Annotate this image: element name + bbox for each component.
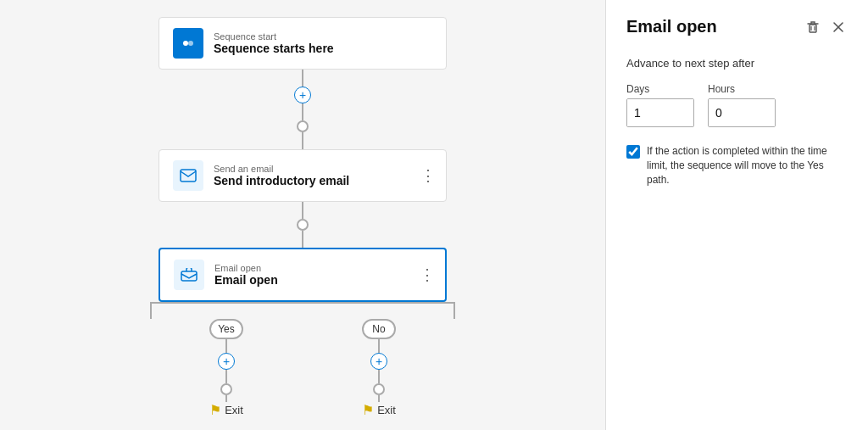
close-button[interactable] bbox=[829, 18, 848, 36]
add-step-no[interactable]: + bbox=[370, 353, 387, 370]
checkbox-label: If the action is completed within the ti… bbox=[647, 144, 848, 187]
sequence-start-icon bbox=[173, 28, 203, 59]
hours-input[interactable] bbox=[709, 99, 776, 126]
email-open-label: Email open bbox=[214, 263, 278, 273]
branch-row: Yes + ⚑ Exit No + bbox=[0, 319, 605, 418]
exit-yes-label: Exit bbox=[225, 404, 243, 416]
email-open-icon bbox=[174, 260, 204, 290]
flag-icon-no: ⚑ bbox=[362, 402, 374, 418]
checkbox-row: If the action is completed within the ti… bbox=[626, 144, 848, 187]
send-email-icon bbox=[173, 160, 203, 191]
send-email-label: Send an email bbox=[214, 164, 349, 174]
yes-path-checkbox[interactable] bbox=[626, 145, 640, 159]
connector-circle-2 bbox=[297, 219, 309, 231]
svg-point-1 bbox=[188, 41, 193, 46]
delete-button[interactable] bbox=[804, 18, 822, 36]
days-input-wrapper: ▲ ▼ bbox=[626, 98, 694, 127]
circle-yes bbox=[220, 383, 232, 395]
yes-branch: Yes + ⚑ Exit bbox=[150, 319, 303, 418]
branch-container: Yes + ⚑ Exit No + bbox=[0, 302, 605, 418]
section-label: Advance to next step after bbox=[626, 57, 848, 70]
yes-label[interactable]: Yes bbox=[209, 319, 243, 339]
vline-3 bbox=[302, 202, 303, 219]
sequence-start-label: Sequence start bbox=[214, 31, 334, 42]
days-input-group: Days ▲ ▼ bbox=[626, 83, 694, 127]
hours-label: Hours bbox=[708, 83, 776, 95]
send-email-menu[interactable]: ⋮ bbox=[420, 166, 436, 185]
days-label: Days bbox=[626, 83, 694, 95]
hours-input-wrapper: ▲ ▼ bbox=[708, 98, 776, 127]
circle-no bbox=[373, 383, 385, 395]
svg-rect-2 bbox=[181, 170, 196, 181]
sequence-start-title: Sequence starts here bbox=[214, 42, 334, 55]
days-input[interactable] bbox=[627, 99, 694, 126]
vline-2 bbox=[302, 132, 303, 149]
connector-1 bbox=[302, 70, 303, 87]
svg-rect-3 bbox=[181, 271, 197, 281]
email-open-title: Email open bbox=[214, 273, 278, 287]
add-step-btn-1[interactable]: + bbox=[294, 87, 311, 103]
panel-title: Email open bbox=[626, 17, 717, 36]
flow-diagram: Sequence start Sequence starts here + Se… bbox=[0, 0, 605, 430]
time-inputs: Days ▲ ▼ Hours ▲ ▼ bbox=[626, 83, 848, 127]
no-branch: No + ⚑ Exit bbox=[303, 319, 455, 418]
panel-actions bbox=[804, 18, 848, 36]
connector-circle-1 bbox=[297, 120, 309, 132]
close-icon bbox=[831, 20, 846, 35]
exit-no-label: Exit bbox=[377, 404, 396, 416]
trash-icon bbox=[805, 20, 821, 35]
properties-panel: Email open Advance to next step after bbox=[605, 0, 868, 430]
email-open-card[interactable]: Email open Email open ⋮ bbox=[159, 248, 447, 302]
send-email-title: Send introductory email bbox=[214, 174, 349, 187]
add-step-yes[interactable]: + bbox=[218, 353, 235, 370]
svg-rect-4 bbox=[810, 25, 816, 32]
exit-yes: ⚑ Exit bbox=[209, 402, 243, 418]
hours-input-group: Hours ▲ ▼ bbox=[708, 83, 776, 127]
exit-no: ⚑ Exit bbox=[362, 402, 396, 418]
no-label[interactable]: No bbox=[362, 319, 396, 339]
email-open-menu[interactable]: ⋮ bbox=[420, 265, 435, 284]
vline-4 bbox=[302, 231, 303, 248]
send-email-card[interactable]: Send an email Send introductory email ⋮ bbox=[159, 149, 447, 202]
svg-point-0 bbox=[183, 41, 188, 46]
flag-icon-yes: ⚑ bbox=[209, 402, 221, 418]
sequence-start-card[interactable]: Sequence start Sequence starts here bbox=[159, 17, 447, 70]
panel-header: Email open bbox=[626, 17, 848, 36]
vline-1 bbox=[302, 103, 303, 120]
